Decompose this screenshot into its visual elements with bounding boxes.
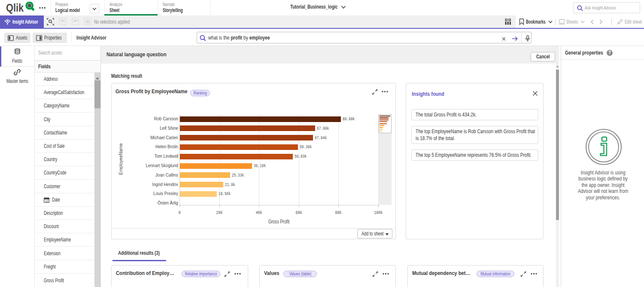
svg-text:Qlik: Qlik <box>6 2 24 14</box>
svg-text:12: 12 <box>45 199 49 202</box>
